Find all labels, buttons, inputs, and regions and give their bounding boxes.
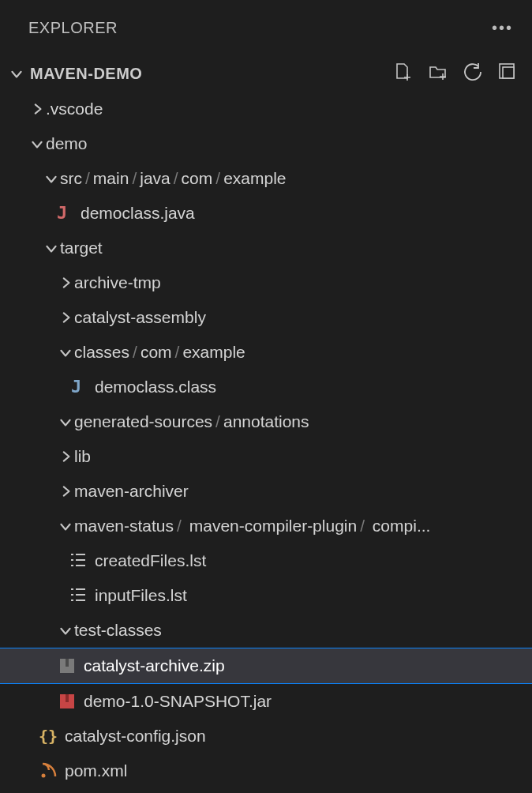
folder-src-path[interactable]: src/ main/ java/ com/ example <box>0 161 532 196</box>
folder-generated-sources[interactable]: generated-sources/ annotations <box>0 404 532 439</box>
chevron-down-icon <box>8 65 25 82</box>
file-label: catalyst-archive.zip <box>84 656 225 675</box>
file-label: inputFiles.lst <box>95 586 187 605</box>
list-file-icon <box>68 585 88 606</box>
chevron-down-icon <box>57 622 74 639</box>
chevron-right-icon <box>57 448 74 465</box>
workspace-title: MAVEN-DEMO <box>30 65 142 83</box>
file-label: demo-1.0-SNAPSHOT.jar <box>84 692 272 711</box>
file-tree: .vscode demo src/ main/ java/ com/ examp… <box>0 92 532 788</box>
file-catalyst-config-json[interactable]: catalyst-config.json <box>0 719 532 754</box>
chevron-down-icon <box>43 239 60 257</box>
file-demo-jar[interactable]: demo-1.0-SNAPSHOT.jar <box>0 684 532 719</box>
folder-label: test-classes <box>74 621 162 640</box>
folder-target[interactable]: target <box>0 231 532 265</box>
section-actions <box>393 62 518 86</box>
explorer-title: EXPLORER <box>28 19 118 37</box>
folder-label: demo <box>46 134 88 153</box>
folder-classes-path[interactable]: classes/ com/ example <box>0 335 532 370</box>
file-createdfiles-lst[interactable]: createdFiles.lst <box>0 543 532 578</box>
folder-label: target <box>60 239 103 257</box>
folder-maven-status-path[interactable]: maven-status/ maven-compiler-plugin/ com… <box>0 509 532 543</box>
folder-label: maven-archiver <box>74 482 189 501</box>
folder-vscode[interactable]: .vscode <box>0 92 532 126</box>
json-file-icon <box>38 726 58 746</box>
folder-archive-tmp[interactable]: archive-tmp <box>0 265 532 300</box>
chevron-right-icon <box>57 309 74 326</box>
folder-label: .vscode <box>46 100 103 118</box>
xml-file-icon <box>38 761 58 781</box>
file-pom-xml[interactable]: pom.xml <box>0 754 532 788</box>
file-catalyst-archive-zip[interactable]: catalyst-archive.zip <box>0 648 532 684</box>
folder-maven-archiver[interactable]: maven-archiver <box>0 474 532 509</box>
zip-file-icon <box>57 656 77 676</box>
collapse-all-icon[interactable] <box>497 62 518 86</box>
chevron-right-icon <box>57 483 74 500</box>
new-file-icon[interactable] <box>393 62 414 86</box>
list-file-icon <box>68 551 88 571</box>
file-label: democlass.class <box>95 378 216 396</box>
folder-demo[interactable]: demo <box>0 126 532 161</box>
jar-file-icon <box>57 691 77 712</box>
explorer-header: EXPLORER ••• <box>0 0 532 55</box>
chevron-down-icon <box>57 517 74 535</box>
file-label: democlass.java <box>81 204 195 223</box>
folder-label: lib <box>74 447 91 466</box>
folder-catalyst-assembly[interactable]: catalyst-assembly <box>0 300 532 335</box>
file-inputfiles-lst[interactable]: inputFiles.lst <box>0 578 532 613</box>
folder-test-classes[interactable]: test-classes <box>0 613 532 648</box>
folder-lib[interactable]: lib <box>0 439 532 474</box>
folder-label: catalyst-assembly <box>74 308 206 327</box>
file-democlass-java[interactable]: democlass.java <box>0 196 532 231</box>
file-democlass-class[interactable]: democlass.class <box>0 370 532 404</box>
chevron-down-icon <box>28 135 46 152</box>
java-file-icon <box>54 203 74 224</box>
folder-label: archive-tmp <box>74 273 161 292</box>
chevron-down-icon <box>43 170 60 187</box>
workspace-section-header[interactable]: MAVEN-DEMO <box>0 55 532 92</box>
file-label: createdFiles.lst <box>95 551 206 570</box>
file-label: pom.xml <box>65 761 127 780</box>
class-file-icon <box>68 377 88 397</box>
chevron-right-icon <box>57 274 74 291</box>
chevron-down-icon <box>57 413 74 430</box>
chevron-down-icon <box>57 344 74 361</box>
file-label: catalyst-config.json <box>65 727 206 746</box>
refresh-icon[interactable] <box>463 62 483 86</box>
more-icon[interactable]: ••• <box>492 19 513 37</box>
chevron-right-icon <box>28 100 46 118</box>
new-folder-icon[interactable] <box>428 62 448 86</box>
